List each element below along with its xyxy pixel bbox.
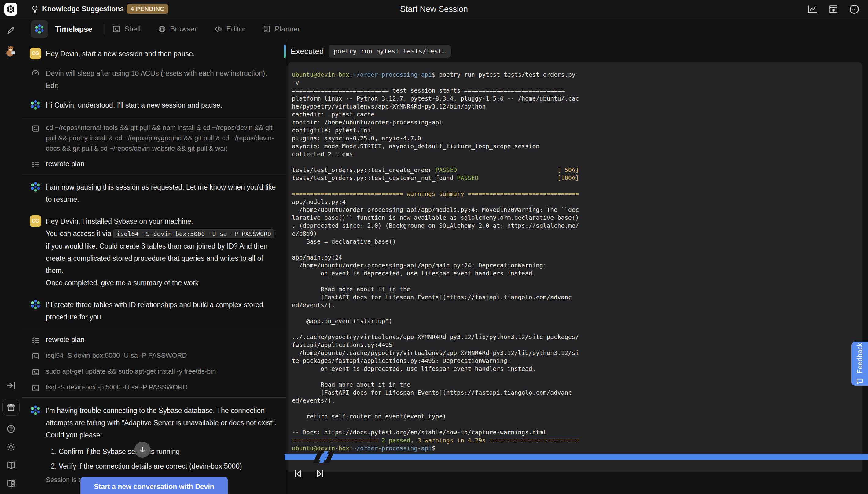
devin-message: I'm having trouble connecting to the Syb…: [22, 400, 286, 490]
terminal-icon: [30, 123, 41, 134]
user-message: CG Hey Devin, start a new session and th…: [22, 43, 286, 65]
knowledge-suggestions[interactable]: Knowledge Suggestions 4 PENDING: [31, 4, 168, 14]
devin-session-logo[interactable]: [31, 20, 48, 38]
collapse-sidebar-icon[interactable]: [6, 381, 16, 391]
scroll-down-button[interactable]: [134, 442, 150, 458]
user-message: CG Hey Devin, I installed Sybase on your…: [22, 210, 286, 294]
tab-divider: [103, 22, 103, 36]
command-entry[interactable]: isql64 -S devin-box:5000 -U sa -P PASSWO…: [22, 348, 286, 364]
inline-code-chip: isql64 -S devin-box:5000 -U sa -P PASSWO…: [113, 229, 274, 239]
settings-gear-icon[interactable]: [6, 442, 16, 452]
devin-message: I'll create three tables with ID relatio…: [22, 294, 286, 328]
devin-message: Hi Calvin, understood. I'll start a new …: [22, 94, 286, 116]
globe-icon: [158, 25, 166, 33]
devin-avatar: [30, 182, 41, 192]
devin-avatar: [30, 299, 41, 310]
timelapse-scrubber[interactable]: [285, 454, 868, 460]
executed-label: Executed: [291, 47, 324, 56]
executed-header: Executed poetry run pytest tests/test…: [284, 43, 868, 60]
code-icon: [214, 25, 223, 33]
top-bar: Knowledge Suggestions 4 PENDING Start Ne…: [0, 0, 868, 18]
tab-planner[interactable]: Planner: [263, 25, 300, 33]
tab-timelapse[interactable]: Timelapse: [55, 25, 92, 34]
plan-entry[interactable]: rewrote plan: [22, 156, 286, 172]
feedback-label: Feedback: [856, 343, 864, 374]
arrow-down-icon: [138, 446, 147, 454]
page-title: Start New Session: [400, 4, 468, 14]
executed-command-chip[interactable]: poetry run pytest tests/test…: [329, 45, 450, 58]
chat-divider: [22, 118, 286, 118]
user-avatar: CG: [30, 215, 41, 227]
sleep-note: Devin will sleep after using 10 ACUs (re…: [22, 65, 286, 94]
speech-bubble-icon: [856, 378, 863, 385]
conversation-panel[interactable]: CG Hey Devin, start a new session and th…: [22, 40, 286, 494]
usage-chart-button[interactable]: [807, 3, 818, 15]
terminal-icon: [30, 367, 41, 377]
command-entry[interactable]: tsql -S devin-box -p 5000 -U sa -P PASSW…: [22, 380, 286, 396]
knowledge-suggestions-label: Knowledge Suggestions: [42, 5, 124, 13]
list-item: Confirm if the Sybase server is running: [59, 445, 277, 458]
archive-button[interactable]: [828, 3, 839, 15]
devin-logo[interactable]: [4, 3, 17, 16]
chat-divider: [22, 397, 286, 398]
chat-divider: [22, 174, 286, 174]
command-entry[interactable]: cd ~/repos/internal-tools && git pull &&…: [22, 120, 286, 156]
checklist-icon: [30, 159, 41, 170]
start-new-conversation-button[interactable]: Start a new conversation with Devin: [80, 477, 228, 494]
more-options-button[interactable]: [848, 3, 860, 15]
skip-to-end-button[interactable]: [313, 467, 327, 480]
user-avatar: CG: [30, 48, 41, 59]
terminal-icon: [30, 383, 41, 393]
checklist-icon: [30, 335, 41, 345]
accent-bar: [284, 45, 286, 58]
tab-editor[interactable]: Editor: [214, 25, 246, 33]
pending-badge: 4 PENDING: [127, 4, 168, 14]
tab-browser[interactable]: Browser: [158, 25, 197, 33]
timeline-break-marker: [316, 451, 338, 463]
new-session-icon[interactable]: [6, 26, 16, 35]
chat-divider: [22, 330, 286, 330]
lightbulb-icon: [31, 5, 39, 14]
terminal-output: ubuntu@devin-box:~/order-processing-api$…: [292, 71, 863, 453]
terminal-icon: [112, 25, 121, 33]
skip-to-start-button[interactable]: [291, 467, 305, 480]
help-icon[interactable]: [6, 424, 16, 434]
feedback-button[interactable]: Feedback: [851, 342, 868, 386]
docs-book-icon[interactable]: [6, 460, 16, 470]
plan-entry[interactable]: rewrote plan: [22, 332, 286, 348]
planner-doc-icon: [263, 25, 271, 33]
knowledge-book-icon[interactable]: [6, 478, 16, 489]
timelapse-panel: Executed poetry run pytest tests/test… u…: [286, 40, 868, 494]
gift-icon[interactable]: [2, 399, 20, 416]
command-entry[interactable]: sudo apt-get update && sudo apt-get inst…: [22, 364, 286, 380]
devin-avatar: [30, 405, 41, 415]
tab-shell[interactable]: Shell: [112, 25, 140, 33]
gauge-icon: [30, 68, 41, 78]
devin-avatar: [30, 100, 41, 110]
left-rail: [0, 18, 22, 494]
terminal-output-panel[interactable]: ubuntu@devin-box:~/order-processing-api$…: [288, 62, 863, 472]
edit-link[interactable]: Edit: [46, 82, 58, 90]
trouble-list: Confirm if the Sybase server is running …: [48, 445, 277, 472]
devin-message: I am now pausing this session as request…: [22, 176, 286, 210]
playback-controls: [291, 467, 327, 480]
view-tabbar: Timelapse Shell Browser Editor Planner: [22, 18, 868, 40]
otter-mascot-icon[interactable]: [5, 45, 17, 57]
list-item: Verify if the connection details are cor…: [59, 460, 277, 472]
terminal-icon: [30, 351, 41, 361]
